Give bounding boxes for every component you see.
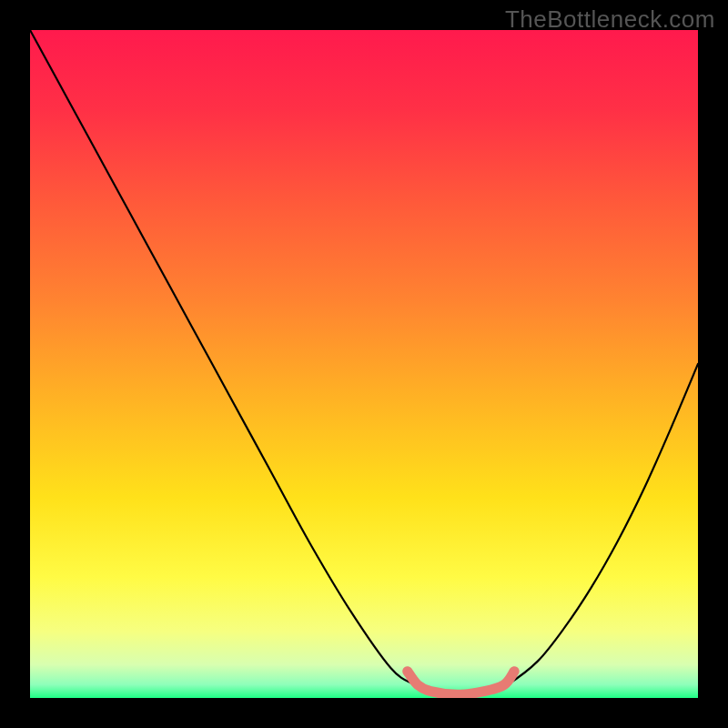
chart-frame: TheBottleneck.com — [0, 0, 728, 728]
bottleneck-curve — [30, 30, 698, 695]
optimal-range-highlight — [408, 672, 514, 695]
curve-overlay — [30, 30, 698, 698]
plot-area — [30, 30, 698, 698]
